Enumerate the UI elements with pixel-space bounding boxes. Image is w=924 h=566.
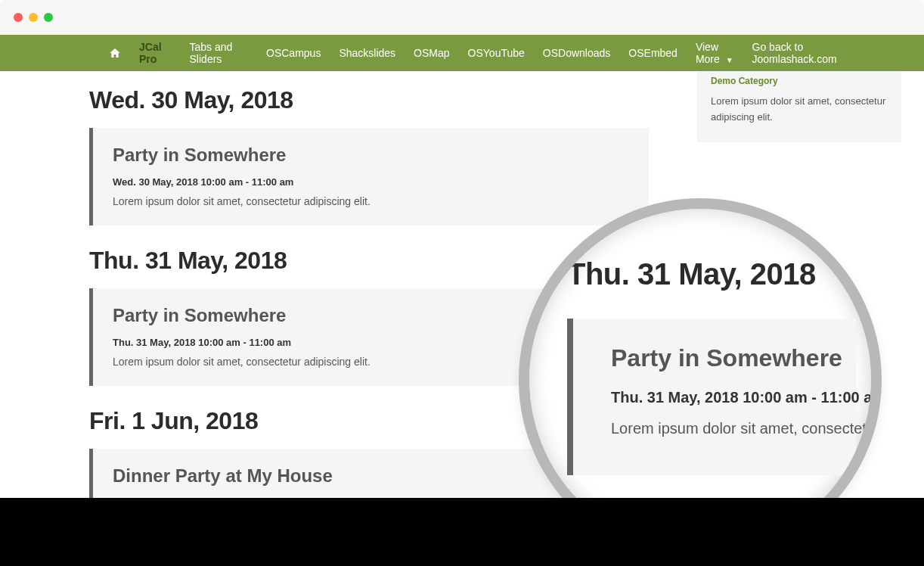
close-icon[interactable] (14, 13, 23, 22)
sidebar-category-desc: Lorem ipsum dolor sit amet, consectetur … (711, 94, 888, 126)
magnifier-day-heading: Thu. 31 May, 2018 (567, 257, 856, 291)
day-heading: Wed. 30 May, 2018 (89, 86, 649, 114)
nav-osdownloads[interactable]: OSDownloads (534, 36, 620, 70)
magnifier-event-desc: Lorem ipsum dolor sit amet, consectetu (611, 420, 848, 437)
nav-back-link[interactable]: Go back to Joomlashack.com (752, 41, 903, 65)
nav-shackslides[interactable]: Shackslides (330, 36, 405, 70)
browser-window: JCal Pro Tabs and Sliders OSCampus Shack… (0, 0, 924, 566)
bottom-shadow (0, 498, 924, 566)
nav-osyoutube[interactable]: OSYouTube (459, 36, 534, 70)
sidebar-category-link[interactable]: Demo Category (711, 76, 888, 86)
event-desc: Lorem ipsum dolor sit amet, consectetur … (113, 195, 629, 207)
nav-jcal-pro[interactable]: JCal Pro (130, 30, 181, 76)
nav-view-more[interactable]: View More ▼ (687, 30, 752, 76)
main-nav: JCal Pro Tabs and Sliders OSCampus Shack… (0, 35, 924, 71)
event-time: Wed. 30 May, 2018 10:00 am - 11:00 am (113, 176, 629, 188)
nav-osembed[interactable]: OSEmbed (619, 36, 687, 70)
nav-osmap[interactable]: OSMap (405, 36, 458, 70)
page-body: Demo Category Lorem ipsum dolor sit amet… (0, 71, 924, 566)
maximize-icon[interactable] (44, 13, 53, 22)
home-icon[interactable] (100, 36, 130, 70)
chevron-down-icon: ▼ (726, 56, 733, 64)
nav-view-more-label: View More (696, 41, 720, 65)
nav-tabs-sliders[interactable]: Tabs and Sliders (181, 30, 258, 76)
minimize-icon[interactable] (29, 13, 38, 22)
magnifier-event-title: Party in Somewhere (611, 344, 848, 372)
sidebar-category-card: Demo Category Lorem ipsum dolor sit amet… (697, 71, 901, 142)
nav-oscampus[interactable]: OSCampus (257, 36, 330, 70)
magnifier-event-time: Thu. 31 May, 2018 10:00 am - 11:00 am (611, 389, 848, 406)
magnifier-event-card: Party in Somewhere Thu. 31 May, 2018 10:… (567, 319, 856, 475)
event-title: Party in Somewhere (113, 145, 629, 166)
day-group: Wed. 30 May, 2018 Party in Somewhere Wed… (89, 86, 649, 225)
event-card[interactable]: Party in Somewhere Wed. 30 May, 2018 10:… (89, 128, 649, 225)
